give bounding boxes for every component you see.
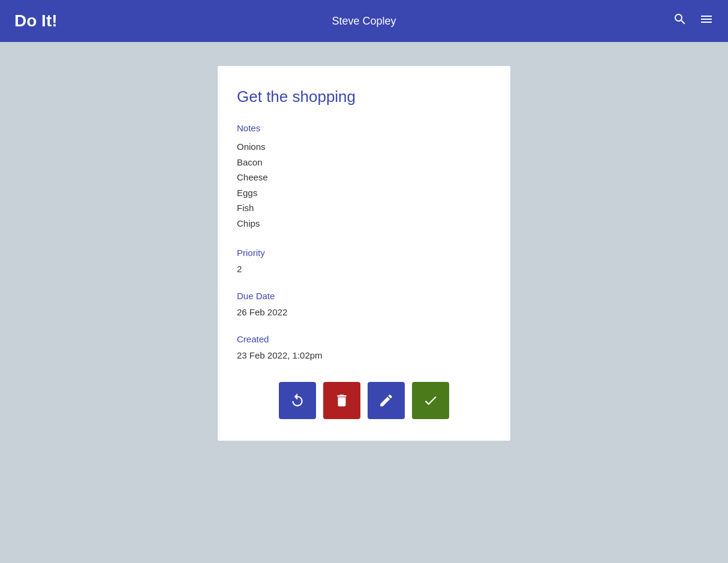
app-title: Do It! bbox=[14, 11, 58, 31]
back-button[interactable] bbox=[279, 382, 316, 419]
user-name: Steve Copley bbox=[332, 15, 396, 28]
priority-value: 2 bbox=[237, 264, 491, 274]
notes-list: Onions Bacon Cheese Eggs Fish Chips bbox=[237, 139, 491, 231]
list-item: Eggs bbox=[237, 185, 491, 201]
task-title: Get the shopping bbox=[237, 88, 491, 106]
list-item: Bacon bbox=[237, 155, 491, 170]
menu-icon[interactable] bbox=[699, 12, 714, 30]
confirm-button[interactable] bbox=[412, 382, 449, 419]
created-label: Created bbox=[237, 334, 491, 344]
priority-label: Priority bbox=[237, 248, 491, 258]
list-item: Chips bbox=[237, 216, 491, 231]
list-item: Fish bbox=[237, 200, 491, 216]
task-card: Get the shopping Notes Onions Bacon Chee… bbox=[218, 66, 510, 441]
list-item: Cheese bbox=[237, 170, 491, 185]
list-item: Onions bbox=[237, 139, 491, 155]
action-buttons bbox=[237, 382, 491, 419]
due-date-label: Due Date bbox=[237, 291, 491, 301]
header-icons bbox=[673, 12, 714, 30]
main-content: Get the shopping Notes Onions Bacon Chee… bbox=[0, 42, 728, 459]
notes-label: Notes bbox=[237, 123, 491, 133]
search-icon[interactable] bbox=[673, 12, 687, 30]
delete-button[interactable] bbox=[323, 382, 360, 419]
due-date-value: 26 Feb 2022 bbox=[237, 307, 491, 317]
edit-button[interactable] bbox=[368, 382, 405, 419]
app-header: Do It! Steve Copley bbox=[0, 0, 728, 42]
created-value: 23 Feb 2022, 1:02pm bbox=[237, 350, 491, 360]
